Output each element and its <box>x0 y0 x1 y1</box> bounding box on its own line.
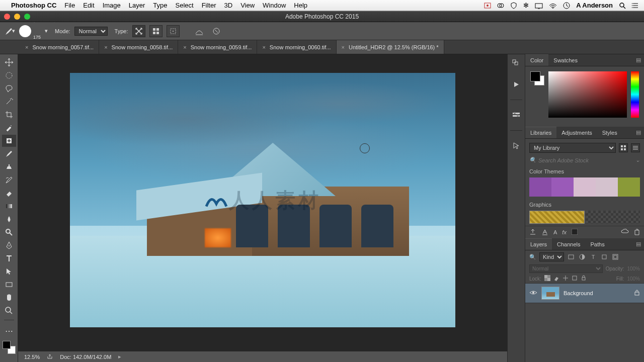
menu-filter[interactable]: Filter <box>202 2 216 9</box>
lib-fx-icon[interactable]: fx <box>562 229 567 235</box>
status-record-icon[interactable] <box>484 2 491 10</box>
lib-grid-view-icon[interactable] <box>619 143 628 152</box>
lock-pixels-icon[interactable] <box>553 275 559 282</box>
paths-tab[interactable]: Paths <box>586 238 610 250</box>
magic-wand-tool-icon[interactable] <box>2 96 16 108</box>
library-select[interactable]: My Library <box>529 143 616 153</box>
layer-row[interactable]: Background <box>525 283 644 303</box>
layers-tab[interactable]: Layers <box>525 238 552 250</box>
libraries-tab[interactable]: Libraries <box>525 127 556 138</box>
status-shield-icon[interactable] <box>510 2 517 10</box>
eyedropper-tool-icon[interactable] <box>2 122 16 134</box>
brush-panel-icon[interactable] <box>510 140 522 152</box>
rectangle-tool-icon[interactable] <box>2 279 16 291</box>
pen-tool-icon[interactable] <box>2 239 16 251</box>
lib-character-style-icon[interactable] <box>541 228 548 236</box>
app-menu[interactable]: Photoshop CC <box>11 2 56 9</box>
layer-name[interactable]: Background <box>564 290 630 296</box>
lock-all-icon[interactable] <box>581 275 587 282</box>
actions-panel-icon[interactable] <box>510 78 522 90</box>
library-search-input[interactable] <box>538 157 633 163</box>
tab-close-icon[interactable]: × <box>104 44 107 50</box>
fill-value[interactable]: 100% <box>627 276 640 282</box>
zoom-tool-icon[interactable] <box>2 305 16 317</box>
status-wifi-icon[interactable] <box>549 2 557 9</box>
foreground-background-colors[interactable] <box>3 341 16 354</box>
filter-adjustment-icon[interactable] <box>578 253 586 261</box>
menu-list-icon[interactable] <box>632 2 639 10</box>
path-selection-tool-icon[interactable] <box>2 265 16 278</box>
lasso-tool-icon[interactable] <box>2 82 16 95</box>
dodge-tool-icon[interactable] <box>2 226 16 238</box>
filter-smart-icon[interactable] <box>611 253 619 261</box>
type-tool-icon[interactable] <box>2 252 16 264</box>
edit-toolbar-icon[interactable]: ⋯ <box>2 325 16 337</box>
current-tool-brush-icon[interactable]: ▾ <box>4 26 15 37</box>
document-tab[interactable]: ×Snow morning_0057.tif... <box>20 40 99 54</box>
document-tab[interactable]: ×Snow morning_0059.tif... <box>178 40 257 54</box>
hue-slider[interactable] <box>631 71 639 118</box>
search-chevron-icon[interactable]: ⌄ <box>635 157 640 163</box>
color-tab[interactable]: Color <box>525 54 548 66</box>
lib-cloud-icon[interactable] <box>621 228 629 236</box>
status-sync-icon[interactable]: ✻ <box>523 2 529 9</box>
menu-select[interactable]: Select <box>175 2 193 9</box>
library-graphics[interactable] <box>529 211 640 224</box>
opacity-value[interactable]: 100% <box>627 266 640 272</box>
color-theme-swatch[interactable] <box>529 177 640 197</box>
document-tab-active[interactable]: ×Untitled_HDR2 @ 12.5% (RGB/16) * <box>337 40 444 54</box>
crop-tool-icon[interactable] <box>2 109 16 121</box>
filter-pixel-icon[interactable] <box>567 253 575 261</box>
filter-type-icon[interactable]: T <box>589 253 597 261</box>
type-grid-icon[interactable] <box>149 25 163 37</box>
menu-3d[interactable]: 3D <box>224 2 233 9</box>
document-tab[interactable]: ×Snow morning_0058.tif... <box>99 40 178 54</box>
panel-menu-icon[interactable]: ▤ <box>633 238 644 250</box>
menu-type[interactable]: Type <box>153 2 167 9</box>
properties-panel-icon[interactable] <box>510 109 522 121</box>
lib-color-icon[interactable] <box>572 229 578 236</box>
blend-mode-select[interactable]: Normal <box>529 264 603 273</box>
menu-layer[interactable]: Layer <box>129 2 145 9</box>
history-brush-tool-icon[interactable] <box>2 174 16 186</box>
saturation-picker[interactable] <box>548 71 627 118</box>
type-target-icon[interactable] <box>167 25 180 37</box>
lock-artboard-icon[interactable] <box>572 275 578 282</box>
menu-view[interactable]: View <box>240 2 255 9</box>
layer-lock-icon[interactable] <box>634 289 640 297</box>
menu-image[interactable]: Image <box>103 2 121 9</box>
mode-select[interactable]: Normal <box>74 27 108 36</box>
status-user[interactable]: A Anderson <box>576 2 613 9</box>
window-minimize-button[interactable] <box>14 14 20 20</box>
zoom-level[interactable]: 12.5% <box>24 354 40 360</box>
pressure-opacity-icon[interactable] <box>210 25 223 37</box>
lib-add-from-doc-icon[interactable] <box>529 228 536 236</box>
adjustments-tab[interactable]: Adjustments <box>556 127 597 138</box>
clone-stamp-tool-icon[interactable] <box>2 161 16 173</box>
tab-close-icon[interactable]: × <box>262 44 265 50</box>
panel-menu-icon[interactable]: ▤ <box>633 54 644 66</box>
menu-help[interactable]: Help <box>294 2 307 9</box>
canvas[interactable]: 人人素材 <box>18 54 507 351</box>
brush-tool-icon[interactable] <box>2 148 16 160</box>
menu-edit[interactable]: Edit <box>83 2 94 9</box>
tab-close-icon[interactable]: × <box>342 44 345 50</box>
lock-position-icon[interactable] <box>562 275 569 282</box>
lib-delete-icon[interactable] <box>634 228 640 236</box>
blur-tool-icon[interactable] <box>2 213 16 225</box>
panel-menu-icon[interactable]: ▤ <box>633 127 644 138</box>
document-tab[interactable]: ×Snow morning_0060.tif... <box>257 40 336 54</box>
filter-shape-icon[interactable] <box>600 253 608 261</box>
window-close-button[interactable] <box>4 14 10 20</box>
tab-close-icon[interactable]: × <box>25 44 28 50</box>
brush-preview-icon[interactable] <box>19 25 31 37</box>
channels-tab[interactable]: Channels <box>552 238 585 250</box>
brush-picker-chevron-icon[interactable]: ▾ <box>45 28 48 34</box>
library-search[interactable]: 🔍 ⌄ <box>529 157 640 163</box>
history-panel-icon[interactable] <box>510 57 522 69</box>
layer-thumbnail[interactable] <box>541 287 559 300</box>
gradient-tool-icon[interactable] <box>2 200 16 212</box>
swatches-tab[interactable]: Swatches <box>548 54 583 66</box>
lib-type-icon[interactable]: A <box>553 229 557 235</box>
menu-file[interactable]: File <box>64 2 75 9</box>
